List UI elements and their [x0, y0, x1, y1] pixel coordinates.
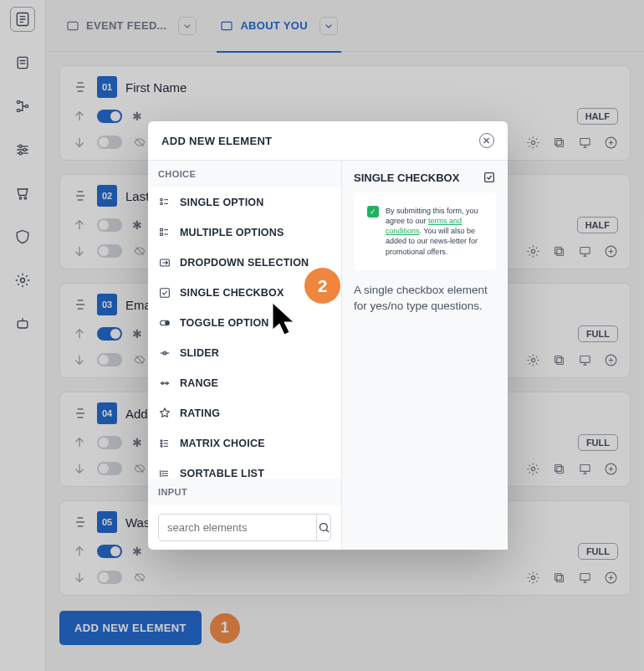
option-label: MATRIX CHOICE	[180, 438, 265, 449]
svg-point-49	[161, 443, 162, 444]
option-icon	[158, 467, 171, 479]
option-label: SINGLE CHECKBOX	[180, 287, 284, 299]
svg-point-51	[319, 524, 327, 531]
search-icon[interactable]	[316, 515, 330, 540]
element-option[interactable]: RATING	[148, 398, 341, 428]
svg-rect-42	[161, 289, 170, 298]
element-option[interactable]: TOGGLE OPTION	[148, 308, 341, 338]
option-label: MULTIPLE OPTIONS	[180, 227, 284, 238]
preview-box: ✓ By submitting this form, you agree to …	[354, 192, 496, 270]
option-label: TOGGLE OPTION	[180, 317, 269, 329]
element-option[interactable]: RANGE	[148, 368, 341, 398]
preview-description: A single checkbox element for yes/no typ…	[354, 282, 496, 315]
search-input[interactable]	[159, 515, 316, 540]
option-label: SLIDER	[180, 347, 219, 359]
option-icon	[158, 196, 171, 209]
option-label: RANGE	[180, 377, 218, 389]
element-option[interactable]: SINGLE OPTION	[148, 187, 341, 218]
option-icon	[158, 226, 171, 239]
search-elements[interactable]	[158, 514, 331, 541]
element-option[interactable]: SORTABLE LIST	[148, 458, 341, 479]
element-option[interactable]: MATRIX CHOICE	[148, 428, 341, 458]
checkbox-icon	[483, 171, 496, 184]
annotation-badge-2: 2	[304, 268, 340, 304]
cursor-icon	[270, 301, 304, 341]
svg-point-38	[161, 202, 163, 205]
option-icon	[158, 256, 171, 269]
close-icon[interactable]: ✕	[479, 133, 494, 148]
checkbox-checked-icon: ✓	[367, 206, 379, 218]
svg-point-44	[166, 321, 169, 325]
svg-rect-39	[161, 228, 163, 231]
section-choice: CHOICE	[148, 161, 341, 187]
svg-rect-40	[161, 233, 163, 236]
svg-point-48	[161, 440, 162, 442]
option-icon	[158, 376, 171, 390]
option-icon	[158, 407, 171, 420]
modal-title: ADD NEW ELEMENT	[161, 135, 272, 147]
option-icon	[158, 346, 171, 360]
option-label: SINGLE OPTION	[180, 197, 264, 208]
preview-title: SINGLE CHECKBOX	[354, 172, 459, 184]
option-label: SORTABLE LIST	[180, 468, 264, 479]
add-element-modal: ADD NEW ELEMENT ✕ CHOICE SINGLE OPTIONMU…	[148, 121, 508, 550]
section-input: INPUT	[148, 479, 341, 505]
svg-point-50	[161, 445, 162, 447]
svg-point-37	[161, 198, 163, 201]
option-icon	[158, 286, 171, 300]
element-option[interactable]: SLIDER	[148, 338, 341, 368]
svg-rect-52	[485, 173, 494, 182]
element-option[interactable]: MULTIPLE OPTIONS	[148, 218, 341, 248]
option-label: RATING	[180, 407, 220, 419]
option-icon	[158, 437, 171, 450]
option-label: DROPDOWN SELECTION	[180, 257, 309, 269]
option-icon	[158, 316, 171, 330]
